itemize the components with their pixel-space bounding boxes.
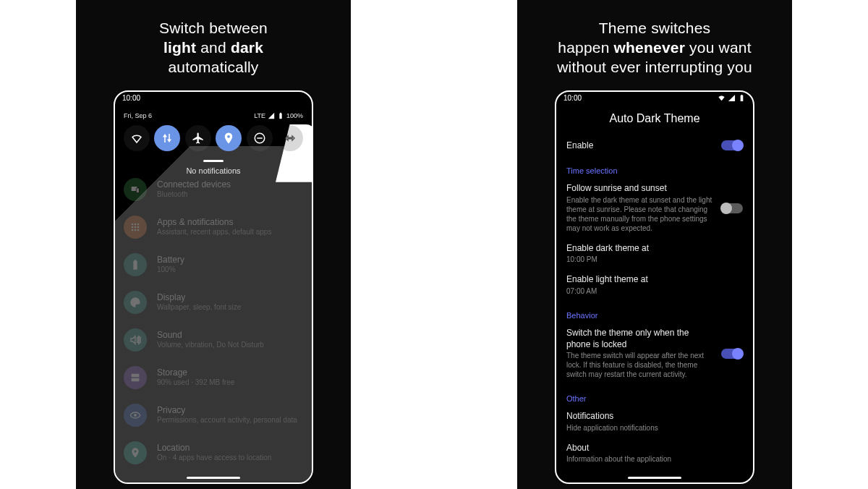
settings-item-title: Location — [157, 443, 303, 454]
svg-rect-13 — [132, 373, 140, 377]
display-icon — [124, 291, 147, 314]
settings-item-location[interactable]: LocationOn · 4 apps have access to locat… — [124, 434, 303, 472]
nav-home-indicator[interactable] — [187, 477, 240, 479]
status-bar: 10:00 — [115, 92, 312, 105]
svg-point-15 — [134, 414, 137, 417]
signal-icon — [268, 112, 275, 119]
qs-date: Fri, Sep 6 — [124, 112, 152, 119]
qs-battery-pct: 100% — [286, 112, 303, 119]
svg-rect-14 — [132, 378, 140, 381]
settings-item-subtitle: On · 4 apps have access to location — [157, 454, 303, 463]
pref-follow-sun[interactable]: Follow sunrise and sunset Enable the dar… — [566, 178, 743, 238]
pref-light-at-title: Enable light theme at — [566, 274, 743, 286]
qs-drag-handle[interactable] — [203, 160, 224, 162]
pref-only-when-locked[interactable]: Switch the theme only when the phone is … — [566, 323, 743, 384]
pref-dark-at-value: 10:00 PM — [566, 255, 743, 264]
promo1-line1: Switch between — [159, 20, 268, 36]
svg-point-11 — [135, 229, 137, 231]
switch-enable[interactable] — [721, 140, 743, 150]
settings-item-apps[interactable]: Apps & notificationsAssistant, recent ap… — [124, 208, 303, 246]
svg-point-6 — [137, 223, 140, 225]
qs-toggle-wifi[interactable] — [124, 125, 150, 151]
pref-dark-at[interactable]: Enable dark theme at 10:00 PM — [566, 238, 743, 270]
svg-point-8 — [135, 226, 137, 228]
app-title: Auto Dark Theme — [556, 105, 753, 135]
category-other: Other — [566, 384, 743, 406]
qs-toggle-location[interactable] — [216, 125, 242, 151]
qs-net-label: LTE — [254, 112, 265, 119]
settings-item-title: Sound — [157, 330, 303, 341]
sound-icon — [124, 328, 147, 352]
quick-settings-panel: Fri, Sep 6 LTE 100% — [115, 105, 312, 162]
settings-item-battery[interactable]: Battery100% — [124, 246, 303, 284]
svg-point-12 — [137, 229, 140, 231]
qs-toggle-dnd[interactable] — [247, 125, 273, 151]
settings-item-sound[interactable]: SoundVolume, vibration, Do Not Disturb — [124, 321, 303, 359]
promo1-and: and — [196, 39, 231, 56]
promo2-l2c: you want — [685, 39, 752, 56]
svg-point-10 — [132, 229, 134, 231]
svg-point-4 — [132, 223, 134, 225]
svg-rect-3 — [136, 188, 139, 193]
qs-toggle-data[interactable] — [154, 125, 180, 151]
settings-item-title: Display — [157, 292, 303, 303]
category-behavior: Behavior — [566, 301, 743, 323]
battery-icon — [277, 112, 284, 119]
location-pin-icon — [222, 132, 235, 145]
settings-item-title: Apps & notifications — [157, 217, 303, 228]
switch-follow-sun[interactable] — [721, 203, 743, 213]
status-time: 10:00 — [122, 94, 140, 102]
switch-only-when-locked[interactable] — [721, 349, 743, 359]
settings-item-title: Battery — [157, 255, 303, 265]
promo2-whenever: whenever — [614, 39, 685, 56]
svg-point-5 — [135, 223, 137, 225]
settings-item-subtitle: Assistant, recent apps, default apps — [157, 228, 303, 237]
preferences-list[interactable]: Enable Time selection Follow sunrise and… — [556, 135, 753, 482]
battery-status-icon — [738, 94, 746, 102]
pref-locked-sub: The theme switch will appear after the n… — [566, 351, 714, 379]
settings-item-devices[interactable]: Connected devicesBluetooth — [124, 171, 303, 208]
promo2-line1: Theme switches — [599, 20, 711, 36]
settings-item-display[interactable]: DisplayWallpaper, sleep, font size — [124, 284, 303, 321]
apps-icon — [124, 216, 147, 239]
settings-item-title: Storage — [157, 367, 303, 378]
promo2-l2a: happen — [558, 39, 613, 56]
pref-follow-sun-sub: Enable the dark theme at sunset and the … — [566, 195, 714, 233]
settings-item-subtitle: Bluetooth — [157, 190, 303, 200]
category-time-selection: Time selection — [566, 156, 743, 178]
promo1-dark: dark — [231, 39, 263, 56]
promo2-line3: without ever interrupting you — [557, 59, 752, 75]
promo-card-1: Switch between light and dark automatica… — [76, 0, 351, 489]
pref-notifications-sub: Hide application notifications — [566, 423, 743, 433]
settings-item-storage[interactable]: Storage90% used · 392 MB free — [124, 359, 303, 396]
promo-card-2: Theme switches happen whenever you want … — [517, 0, 792, 489]
settings-list: Connected devicesBluetoothApps & notific… — [115, 171, 312, 472]
pref-enable[interactable]: Enable — [566, 135, 743, 157]
pref-enable-label: Enable — [566, 140, 714, 152]
no-notifications-label: No notifications — [115, 166, 312, 175]
qs-toggle-airplane[interactable] — [185, 125, 211, 151]
storage-icon — [124, 366, 147, 389]
svg-point-9 — [137, 226, 140, 228]
settings-item-privacy[interactable]: PrivacyPermissions, account activity, pe… — [124, 396, 303, 434]
pref-notifications[interactable]: Notifications Hide application notificat… — [566, 406, 743, 438]
privacy-icon — [124, 404, 147, 427]
battery-icon — [124, 253, 147, 276]
pref-locked-title: Switch the theme only when the phone is … — [566, 328, 714, 350]
devices-icon — [124, 178, 147, 201]
settings-item-subtitle: Wallpaper, sleep, font size — [157, 303, 303, 312]
pref-notifications-title: Notifications — [566, 411, 743, 422]
nav-home-indicator-2[interactable] — [628, 477, 681, 479]
pref-light-at[interactable]: Enable light theme at 07:00 AM — [566, 269, 743, 301]
pref-about[interactable]: About Information about the application — [566, 438, 743, 469]
qs-toggles — [122, 125, 305, 151]
qs-toggle-rotate[interactable] — [277, 125, 303, 151]
status-time-2: 10:00 — [563, 94, 582, 102]
settings-item-title: Privacy — [157, 405, 303, 416]
signal-status-icon — [728, 94, 736, 102]
promo1-light: light — [163, 39, 196, 56]
promo1-line3: automatically — [168, 59, 258, 75]
settings-item-subtitle: Permissions, account activity, personal … — [157, 416, 303, 425]
wifi-status-icon — [718, 94, 726, 102]
data-icon — [161, 132, 174, 145]
